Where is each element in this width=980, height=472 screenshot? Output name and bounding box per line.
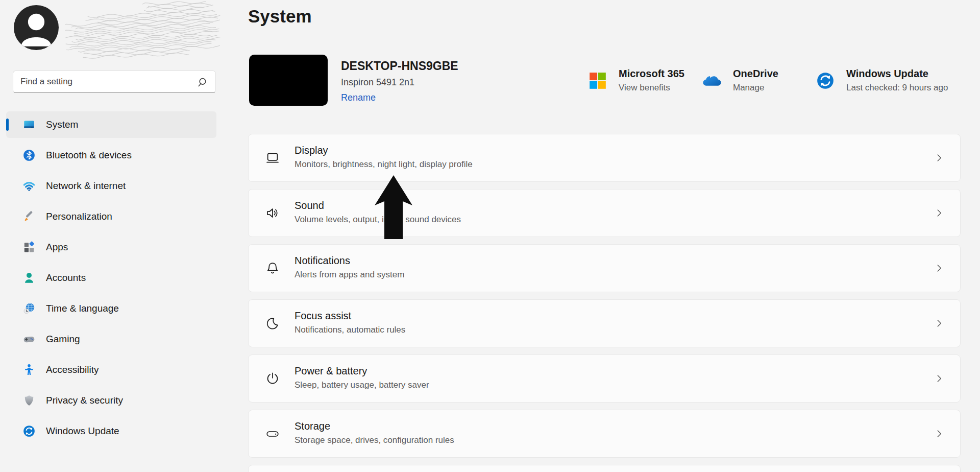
apps-icon: [22, 241, 36, 254]
windows-update-icon: [22, 424, 36, 438]
settings-row-notifications[interactable]: Notifications Alerts from apps and syste…: [248, 244, 961, 292]
device-image-redacted: [249, 55, 328, 106]
status-card-title: Windows Update: [846, 67, 948, 80]
settings-row-title: Focus assist: [295, 310, 351, 322]
sidebar-item-label: Bluetooth & devices: [46, 150, 132, 161]
chevron-right-icon: [934, 152, 945, 163]
accessibility-icon: [22, 363, 36, 376]
settings-row-subtitle: Notifications, automatic rules: [295, 325, 405, 335]
status-card-onedrive[interactable]: OneDrive Manage: [702, 67, 778, 93]
sidebar-item-bluetooth-devices[interactable]: Bluetooth & devices: [6, 142, 216, 169]
settings-row-title: Notifications: [295, 255, 350, 267]
storage-icon: [265, 426, 280, 441]
chevron-right-icon: [934, 207, 945, 219]
network-icon: [22, 179, 36, 193]
sidebar-nav: SystemBluetooth & devicesNetwork & inter…: [6, 111, 216, 449]
settings-row-subtitle: Alerts from apps and system: [295, 270, 404, 280]
settings-row-partial[interactable]: [248, 465, 961, 472]
sidebar-item-label: Accessibility: [46, 364, 99, 375]
device-model: Inspiron 5491 2n1: [341, 77, 414, 88]
settings-row-title: Power & battery: [295, 365, 367, 377]
sidebar-item-apps[interactable]: Apps: [6, 234, 216, 261]
accounts-icon: [22, 271, 36, 285]
selected-accent-bar: [6, 119, 9, 131]
settings-row-display[interactable]: Display Monitors, brightness, night ligh…: [248, 134, 961, 182]
microsoft-365-icon: [588, 71, 607, 90]
sidebar-item-accessibility[interactable]: Accessibility: [6, 357, 216, 383]
chevron-right-icon: [934, 263, 945, 274]
search-icon: [196, 76, 209, 89]
user-avatar-icon: [14, 5, 59, 50]
sidebar-item-windows-update[interactable]: Windows Update: [6, 418, 216, 444]
sidebar-item-accounts[interactable]: Accounts: [6, 265, 216, 291]
notifications-icon: [265, 261, 280, 276]
settings-row-sound[interactable]: Sound Volume levels, output, input, soun…: [248, 189, 961, 237]
status-card-subtitle: Last checked: 9 hours ago: [846, 82, 948, 93]
sidebar-item-label: Apps: [46, 242, 68, 253]
sidebar-item-personalization[interactable]: Personalization: [6, 203, 216, 230]
settings-row-title: Storage: [295, 420, 330, 432]
display-icon: [265, 150, 280, 166]
settings-row-focus-assist[interactable]: Focus assist Notifications, automatic ru…: [248, 299, 961, 347]
sidebar-item-label: Privacy & security: [46, 395, 123, 406]
bluetooth-icon: [22, 149, 36, 162]
onedrive-icon: [702, 71, 722, 90]
sidebar-item-label: Time & language: [46, 303, 119, 314]
sidebar-item-network-internet[interactable]: Network & internet: [6, 173, 216, 199]
sidebar-item-gaming[interactable]: Gaming: [6, 326, 216, 352]
gaming-icon: [22, 333, 36, 346]
system-icon: [22, 118, 36, 131]
sidebar-item-label: Accounts: [46, 272, 86, 284]
device-name: DESKTOP-HNS9GBE: [341, 59, 458, 73]
search-input[interactable]: [13, 71, 215, 92]
time-language-icon: [22, 302, 36, 315]
personalization-icon: [22, 210, 36, 223]
avatar[interactable]: [14, 5, 59, 50]
sidebar-item-label: System: [46, 119, 78, 130]
status-card-title: Microsoft 365: [619, 67, 684, 80]
status-card-windows-update[interactable]: Windows Update Last checked: 9 hours ago: [816, 67, 948, 93]
chevron-right-icon: [934, 428, 945, 439]
sidebar-item-system[interactable]: System: [6, 111, 216, 138]
settings-row-storage[interactable]: Storage Storage space, drives, configura…: [248, 410, 961, 458]
chevron-right-icon: [934, 318, 945, 329]
sidebar-item-label: Network & internet: [46, 180, 126, 192]
settings-row-power-battery[interactable]: Power & battery Sleep, battery usage, ba…: [248, 355, 961, 403]
focus-assist-icon: [265, 316, 280, 331]
chevron-right-icon: [934, 373, 945, 384]
settings-window: SystemBluetooth & devicesNetwork & inter…: [0, 0, 980, 472]
windows-update-icon: [816, 71, 835, 90]
redacted-username-scribble: [64, 0, 230, 63]
settings-row-subtitle: Sleep, battery usage, battery saver: [295, 380, 429, 390]
sidebar-item-time-language[interactable]: Time & language: [6, 295, 216, 322]
privacy-icon: [22, 394, 36, 407]
sound-icon: [265, 205, 280, 221]
power-battery-icon: [265, 371, 280, 386]
sidebar-item-label: Personalization: [46, 211, 112, 222]
page-title: System: [248, 6, 312, 27]
settings-row-title: Sound: [295, 200, 324, 211]
settings-row-subtitle: Monitors, brightness, night light, displ…: [295, 159, 473, 170]
settings-list: Display Monitors, brightness, night ligh…: [248, 134, 961, 472]
rename-link[interactable]: Rename: [341, 92, 376, 103]
status-card-title: OneDrive: [733, 67, 778, 80]
sidebar-item-privacy-security[interactable]: Privacy & security: [6, 387, 216, 414]
status-card-subtitle: View benefits: [619, 82, 684, 93]
sidebar-item-label: Windows Update: [46, 426, 119, 437]
sidebar-item-label: Gaming: [46, 334, 80, 345]
settings-row-title: Display: [295, 145, 328, 156]
status-card-subtitle: Manage: [733, 82, 778, 93]
search-box: [13, 70, 216, 93]
settings-row-subtitle: Storage space, drives, configuration rul…: [295, 435, 454, 445]
settings-row-subtitle: Volume levels, output, input, sound devi…: [295, 215, 461, 225]
status-card-microsoft-365[interactable]: Microsoft 365 View benefits: [588, 67, 684, 93]
